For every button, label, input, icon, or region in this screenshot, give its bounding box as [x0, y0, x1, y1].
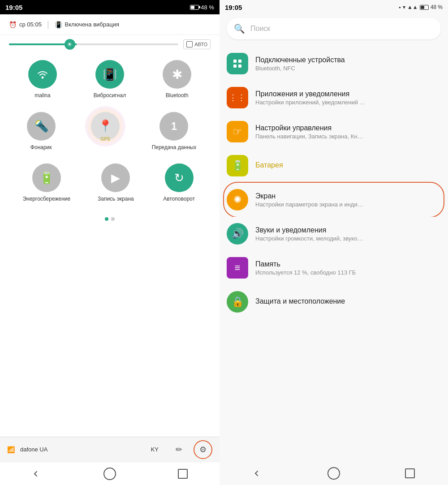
battery-rect-right [420, 5, 429, 10]
clock-label: ср 05:05 [19, 21, 42, 28]
data-icon: 1 [159, 112, 188, 141]
wifi-label: malina [34, 92, 50, 99]
settings-item-connected-devices[interactable]: Подключенные устройства Bluetooth, NFC [220, 47, 448, 81]
tile-data[interactable]: 1 Передача данных [152, 112, 197, 151]
control-text: Настройки управления Панель навигации, З… [255, 124, 441, 140]
settings-item-apps[interactable]: ⋮⋮ Приложения и уведомления Настройки пр… [220, 81, 448, 115]
country-code: KY [151, 446, 159, 453]
memory-text: Память Используется 12 %, свободно 113 Г… [255, 260, 441, 276]
nav-bar-right [220, 462, 448, 485]
alarm-icon: ⏰ [9, 21, 17, 28]
clock-item: ⏰ ср 05:05 [9, 21, 42, 28]
tile-screen-record[interactable]: ▶ Запись экрана [98, 163, 134, 203]
tiles-row-3: 🔋 Энергосбережение ▶ Запись экрана ↻ Авт… [9, 163, 211, 203]
connected-devices-icon [227, 53, 248, 74]
settings-item-security[interactable]: 🔒 Защита и местоположение [220, 285, 448, 319]
tile-wifi[interactable]: malina [25, 60, 60, 99]
apps-title: Приложения и уведомления [255, 90, 441, 98]
tiles-row-2: 🔦 Фонарик 📍 GPS GPS 1 [9, 112, 211, 151]
bottom-actions: ✏ ⚙ [169, 440, 212, 459]
battery-fill-right [421, 6, 424, 9]
sounds-text: Звуки и уведомления Настройки громкости,… [255, 226, 441, 242]
connected-devices-text: Подключенные устройства Bluetooth, NFC [255, 56, 441, 72]
autorotate-label: Автоповорот [163, 196, 195, 203]
flashlight-icon: 🔦 [27, 112, 56, 141]
settings-item-control[interactable]: ☞ Настройки управления Панель навигации,… [220, 115, 448, 149]
dot-2[interactable] [111, 217, 115, 221]
brightness-thumb[interactable] [65, 39, 75, 50]
auto-brightness-button[interactable]: АВТО [183, 39, 211, 49]
control-sub: Панель навигации, Запись экрана, Кн… [255, 133, 441, 140]
status-bar-right: 19:05 ● ▾ ▲▲ 48 % [220, 0, 448, 14]
edit-button[interactable]: ✏ [169, 440, 188, 459]
search-bar[interactable]: 🔍 Поиск [227, 18, 441, 39]
sounds-sub: Настройки громкости, мелодий, звуко… [255, 235, 441, 242]
settings-item-screen[interactable]: ✺ Экран Настройки параметров экрана и ин… [220, 183, 448, 217]
brightness-slider[interactable] [9, 43, 178, 45]
tile-flashlight[interactable]: 🔦 Фонарик [23, 112, 59, 151]
security-text: Защита и местоположение [255, 297, 441, 306]
settings-item-battery[interactable]: 🔋 Батарея [220, 149, 448, 183]
battery-title: Батарея [255, 161, 441, 169]
screen-icon-circle: ✺ [227, 189, 248, 210]
nav-bar-left [0, 462, 220, 485]
settings-item-memory[interactable]: ≡ Память Используется 12 %, свободно 113… [220, 251, 448, 285]
svg-rect-4 [238, 64, 241, 68]
vibro-label: Вибросигнал [94, 92, 126, 99]
pagination-dots [9, 215, 211, 228]
tiles-row-1: malina 📳 Вибросигнал ✱ Bluetooth [9, 60, 211, 99]
svg-point-0 [42, 77, 44, 79]
screen-title: Экран [255, 192, 441, 200]
back-button-right[interactable] [249, 464, 267, 482]
gps-pin-icon: 📍 [98, 119, 112, 133]
security-icon-circle: 🔒 [227, 291, 248, 313]
carrier-label: dafone UA [20, 446, 146, 453]
wifi-icon-right: ▾ [403, 4, 405, 10]
svg-rect-2 [238, 60, 241, 63]
settings-button[interactable]: ⚙ [194, 440, 212, 459]
vibration-label: Включена вибрация [65, 21, 119, 28]
flashlight-label: Фонарик [30, 144, 52, 151]
vibration-item: 📳 Включена вибрация [55, 21, 119, 28]
autorotate-icon: ↻ [165, 163, 194, 192]
bluetooth-label: Bluetooth [166, 92, 189, 99]
apps-sub: Настройки приложений, уведомлений … [255, 99, 441, 106]
memory-icon-circle: ≡ [227, 257, 248, 279]
battery-text: Батарея [255, 161, 441, 170]
gps-label-inside: GPS [101, 137, 110, 142]
back-button-left[interactable] [28, 465, 46, 483]
tile-battery-saver[interactable]: 🔋 Энергосбережение [22, 163, 70, 203]
signal-bars-right: ▲▲ [407, 4, 418, 10]
battery-saver-icon: 🔋 [32, 163, 61, 192]
tile-gps[interactable]: 📍 GPS GPS [87, 112, 123, 151]
apps-icon: ⋮⋮ [227, 87, 248, 108]
tile-autorotate[interactable]: ↻ Автоповорот [161, 163, 197, 203]
svg-rect-3 [233, 64, 237, 68]
battery-rect-icon [190, 5, 199, 10]
bottom-bar: 📶 dafone UA KY ✏ ⚙ [0, 437, 220, 462]
brightness-track [9, 43, 178, 45]
settings-item-sounds[interactable]: 🔊 Звуки и уведомления Настройки громкост… [220, 217, 448, 251]
home-circle-icon [103, 468, 116, 480]
home-button-right[interactable] [325, 464, 343, 482]
svg-rect-1 [233, 60, 237, 63]
screen-record-label: Запись экрана [98, 196, 134, 203]
tile-vibro[interactable]: 📳 Вибросигнал [92, 60, 128, 99]
memory-sub: Используется 12 %, свободно 113 ГБ [255, 269, 441, 276]
screen-sub: Настройки параметров экрана и инди… [255, 201, 441, 208]
control-icon: ☞ [227, 121, 248, 142]
apps-text: Приложения и уведомления Настройки прило… [255, 90, 441, 106]
status-bar-left: 19:05 48 % [0, 0, 220, 14]
connected-devices-sub: Bluetooth, NFC [255, 65, 441, 72]
dot-1[interactable] [105, 217, 108, 221]
battery-percent-left: 48 % [201, 4, 214, 11]
time-left: 19:05 [5, 4, 22, 11]
home-button-left[interactable] [101, 465, 119, 483]
vibration-icon: 📳 [55, 21, 62, 28]
recent-button-left[interactable] [174, 465, 192, 483]
recent-button-right[interactable] [401, 464, 419, 482]
search-icon-right: 🔍 [234, 23, 245, 34]
tile-bluetooth[interactable]: ✱ Bluetooth [159, 60, 195, 99]
battery-left: 48 % [190, 4, 214, 11]
recent-rect-icon [178, 469, 188, 479]
